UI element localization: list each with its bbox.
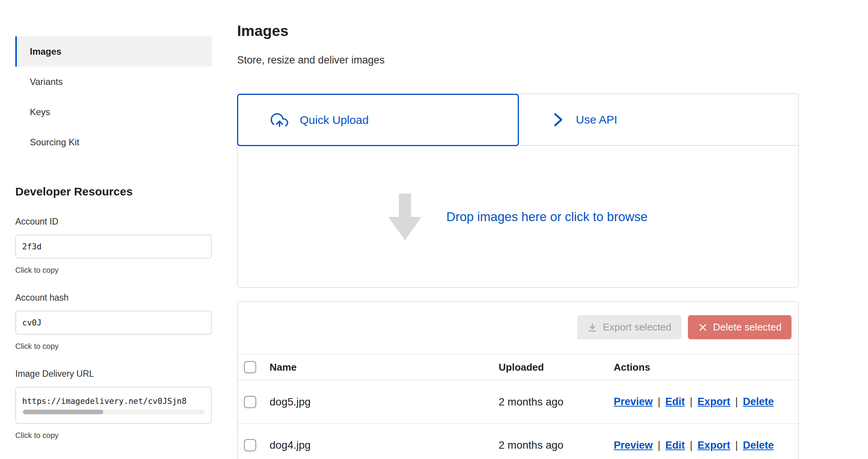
delete-selected-button[interactable]: Delete selected <box>688 315 792 339</box>
delete-link[interactable]: Delete <box>743 439 774 451</box>
quick-upload-tab[interactable]: Quick Upload <box>237 94 519 146</box>
account-hash-field: Account hash Click to copy <box>15 292 212 351</box>
action-separator: | <box>658 439 660 451</box>
edit-link[interactable]: Edit <box>665 439 685 451</box>
arrow-down-icon <box>388 194 422 240</box>
upload-tabs: Quick Upload Use API <box>237 94 798 146</box>
uploaded-time: 2 months ago <box>499 439 614 451</box>
upload-card: Quick Upload Use API Drop images here or… <box>237 94 799 288</box>
table-row: dog4.jpg 2 months ago Preview | Edit | E… <box>237 423 798 459</box>
x-icon <box>698 322 708 332</box>
images-nav: Images Variants Keys Sourcing Kit <box>15 36 212 157</box>
row-actions: Preview | Edit | Export | Delete <box>614 396 798 408</box>
account-id-copy-hint[interactable]: Click to copy <box>15 265 212 275</box>
account-id-field: Account ID Click to copy <box>15 216 212 275</box>
chevron-right-icon <box>551 111 564 128</box>
export-selected-label: Export selected <box>603 321 671 333</box>
image-delivery-url-field: Image Delivery URL Click to copy <box>15 368 212 440</box>
download-icon <box>587 322 598 333</box>
page-title: Images <box>237 22 799 39</box>
row-actions: Preview | Edit | Export | Delete <box>614 439 798 451</box>
delete-link[interactable]: Delete <box>743 396 774 408</box>
sidebar-item-images[interactable]: Images <box>15 36 212 67</box>
account-id-box[interactable] <box>15 234 212 259</box>
preview-link[interactable]: Preview <box>614 439 653 451</box>
sidebar-item-label: Images <box>30 46 62 57</box>
account-hash-input[interactable] <box>22 318 205 327</box>
quick-upload-label: Quick Upload <box>300 114 369 127</box>
export-link[interactable]: Export <box>697 439 730 451</box>
sidebar-item-label: Variants <box>30 76 63 87</box>
account-hash-box[interactable] <box>15 311 212 335</box>
export-selected-button[interactable]: Export selected <box>577 315 681 339</box>
image-delivery-url-label: Image Delivery URL <box>15 368 212 379</box>
row-checkbox[interactable] <box>244 439 256 451</box>
table-header-row: Name Uploaded Actions <box>237 354 798 380</box>
use-api-tab[interactable]: Use API <box>519 94 798 145</box>
account-hash-label: Account hash <box>15 292 212 303</box>
action-separator: | <box>690 396 692 408</box>
dropzone-text: Drop images here or click to browse <box>446 210 647 224</box>
column-header-uploaded: Uploaded <box>499 361 614 373</box>
scrollbar-thumb[interactable] <box>23 410 103 414</box>
image-delivery-url-box[interactable] <box>15 387 212 424</box>
image-name: dog5.jpg <box>270 396 499 408</box>
sidebar-item-label: Keys <box>30 107 50 117</box>
use-api-label: Use API <box>576 113 617 126</box>
images-table-card: Export selected Delete selected Name Upl… <box>237 301 799 459</box>
horizontal-scrollbar[interactable] <box>22 410 205 414</box>
row-checkbox[interactable] <box>244 396 256 408</box>
table-row: dog5.jpg 2 months ago Preview | Edit | E… <box>237 380 798 423</box>
column-header-actions: Actions <box>614 361 798 373</box>
developer-resources-heading: Developer Resources <box>15 185 212 199</box>
column-header-name: Name <box>270 361 499 373</box>
sidebar-item-variants[interactable]: Variants <box>15 67 212 97</box>
delete-selected-label: Delete selected <box>713 321 782 333</box>
image-delivery-url-copy-hint[interactable]: Click to copy <box>15 431 212 440</box>
preview-link[interactable]: Preview <box>614 396 653 408</box>
page-subtitle: Store, resize and deliver images <box>237 54 799 66</box>
export-link[interactable]: Export <box>697 396 730 408</box>
image-name: dog4.jpg <box>270 439 499 451</box>
select-all-checkbox[interactable] <box>244 361 256 373</box>
account-id-input[interactable] <box>22 242 205 251</box>
action-separator: | <box>658 396 660 408</box>
uploaded-time: 2 months ago <box>499 396 614 408</box>
action-separator: | <box>690 439 692 451</box>
action-separator: | <box>735 439 738 451</box>
main-content: Images Store, resize and deliver images … <box>237 0 799 459</box>
sidebar-item-keys[interactable]: Keys <box>15 97 212 127</box>
cloud-upload-icon <box>271 112 288 128</box>
table-toolbar: Export selected Delete selected <box>237 302 798 354</box>
account-hash-copy-hint[interactable]: Click to copy <box>15 342 212 351</box>
image-delivery-url-input[interactable] <box>22 397 205 406</box>
edit-link[interactable]: Edit <box>665 396 685 408</box>
account-id-label: Account ID <box>15 216 212 227</box>
sidebar: Images Variants Keys Sourcing Kit Develo… <box>15 0 212 440</box>
action-separator: | <box>735 396 738 408</box>
dropzone[interactable]: Drop images here or click to browse <box>237 146 798 288</box>
sidebar-item-sourcing-kit[interactable]: Sourcing Kit <box>15 127 212 157</box>
sidebar-item-label: Sourcing Kit <box>30 137 79 148</box>
